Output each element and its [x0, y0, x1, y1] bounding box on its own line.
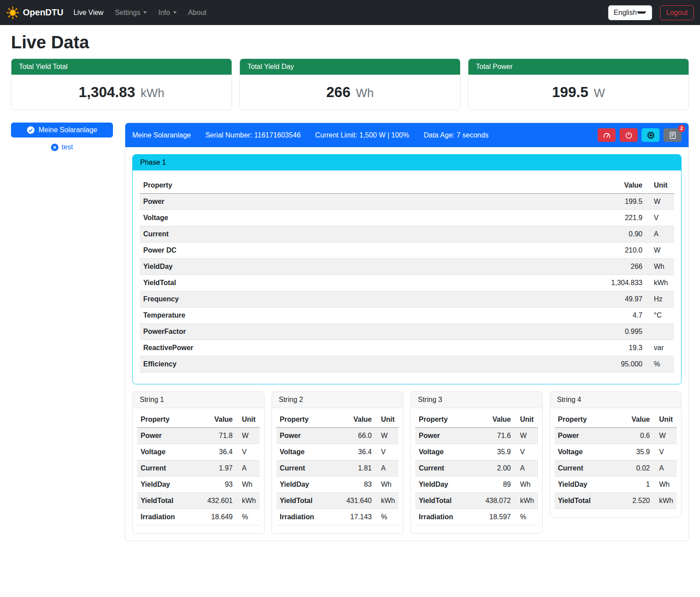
col-property: Property — [276, 412, 342, 428]
card-value: 266 — [326, 84, 350, 100]
table-row: Voltage35.9V — [555, 444, 677, 460]
col-property: Property — [415, 412, 481, 428]
unit-cell: % — [375, 509, 399, 525]
phase-card: Phase 1 Property Value Unit — [132, 154, 682, 384]
string-title: String 3 — [411, 392, 542, 408]
unit-cell: W — [646, 242, 674, 259]
property-cell: Voltage — [140, 210, 593, 226]
property-cell: YieldTotal — [276, 493, 342, 509]
property-cell: Current — [137, 460, 203, 477]
table-row: YieldDay83Wh — [276, 477, 399, 493]
unit-cell: W — [515, 428, 538, 444]
inverter-card: Meine Solaranlage Serial Number: 1161716… — [125, 123, 689, 541]
value-cell: 2.00 — [481, 460, 515, 477]
inverter-item-test[interactable]: test — [11, 143, 113, 151]
navbar-right: English Logout — [608, 5, 694, 20]
table-row: ReactivePower19.3var — [140, 340, 674, 356]
table-row: Power71.8W — [137, 428, 260, 444]
unit-cell: Wh — [515, 477, 538, 493]
unit-cell: A — [646, 226, 674, 242]
property-cell: Efficiency — [140, 356, 593, 373]
value-cell: 18.597 — [481, 509, 515, 525]
power-settings-button[interactable] — [620, 128, 638, 142]
property-cell: YieldDay — [137, 477, 203, 493]
event-log-button[interactable]: 2 — [664, 128, 682, 142]
table-row: Temperature4.7°C — [140, 308, 674, 324]
string-table: Property Value Unit Power66.0W Voltage36… — [276, 412, 399, 525]
string-table: Property Value Unit Power71.8W Voltage36… — [137, 412, 260, 525]
card-total-power: Total Power 199.5 W — [468, 58, 689, 110]
inverter-data-age: Data Age: 7 seconds — [424, 131, 489, 139]
language-select[interactable]: English — [608, 5, 652, 20]
value-cell: 1.97 — [203, 460, 236, 477]
unit-cell: kWh — [646, 275, 674, 291]
string-1-card: String 1 Property Value Unit — [132, 391, 265, 534]
table-row: Current1.97A — [137, 460, 260, 477]
table-row: Power DC210.0W — [140, 242, 674, 259]
property-cell: Voltage — [137, 444, 203, 460]
card-total-yield-total: Total Yield Total 1,304.83 kWh — [11, 58, 232, 110]
string-title: String 2 — [272, 392, 403, 408]
col-value: Value — [481, 412, 515, 428]
value-cell: 71.6 — [481, 428, 515, 444]
inverter-item-label: test — [62, 143, 73, 151]
value-cell: 0.90 — [593, 226, 646, 242]
unit-cell: Hz — [646, 291, 674, 308]
table-row: Voltage35.9V — [415, 444, 538, 460]
col-property: Property — [555, 412, 620, 428]
table-row: Power71.6W — [415, 428, 538, 444]
value-cell: 18.649 — [203, 509, 236, 525]
unit-cell: % — [236, 509, 260, 525]
unit-cell: % — [515, 509, 538, 525]
property-cell: Irradiation — [276, 509, 342, 525]
limit-settings-button[interactable] — [598, 128, 616, 142]
property-cell: YieldTotal — [415, 493, 481, 509]
chevron-down-icon — [173, 11, 177, 14]
table-row: YieldTotal431.640kWh — [276, 493, 399, 509]
string-2-card: String 2 Property Value Unit — [272, 391, 404, 534]
logout-button[interactable]: Logout — [660, 5, 694, 20]
nav-item-about[interactable]: About — [182, 5, 212, 20]
unit-cell: W — [646, 194, 674, 210]
navbar: OpenDTU Live View Settings Info About En… — [0, 0, 700, 25]
value-cell: 0.995 — [593, 324, 646, 340]
card-title: Total Yield Day — [240, 59, 460, 75]
brand[interactable]: OpenDTU — [6, 6, 63, 19]
sun-icon — [6, 6, 19, 19]
nav-item-settings[interactable]: Settings — [109, 5, 152, 20]
check-circle-icon — [27, 126, 35, 134]
unit-cell: A — [375, 460, 399, 477]
unit-cell: Wh — [646, 259, 674, 275]
value-cell: 36.4 — [342, 444, 375, 460]
string-3-card: String 3 Property Value Unit — [410, 391, 543, 534]
value-cell: 49.97 — [593, 291, 646, 308]
table-row: YieldDay266Wh — [140, 259, 674, 275]
value-cell: 438.072 — [481, 493, 515, 509]
event-count-badge: 2 — [678, 125, 685, 132]
unit-cell: V — [515, 444, 538, 460]
card-unit: kWh — [141, 87, 164, 100]
unit-cell: Wh — [653, 477, 677, 493]
nav-item-info[interactable]: Info — [152, 5, 182, 20]
unit-cell: V — [236, 444, 260, 460]
property-cell: Irradiation — [415, 509, 481, 525]
inverter-select-button[interactable]: Meine Solaranlage — [11, 123, 113, 137]
table-row: Frequency49.97Hz — [140, 291, 674, 308]
table-row: Current2.00A — [415, 460, 538, 477]
string-title: String 4 — [550, 392, 682, 408]
table-row: Current0.90A — [140, 226, 674, 242]
unit-cell: kWh — [515, 493, 538, 509]
property-cell: YieldTotal — [140, 275, 593, 291]
unit-cell: W — [653, 428, 677, 444]
page-title: Live Data — [11, 33, 689, 52]
value-cell: 35.9 — [481, 444, 515, 460]
value-cell: 1,304.833 — [593, 275, 646, 291]
nav-item-live-view[interactable]: Live View — [68, 5, 109, 20]
value-cell: 199.5 — [593, 194, 646, 210]
property-cell: YieldTotal — [137, 493, 203, 509]
property-cell: Voltage — [555, 444, 620, 460]
device-info-button[interactable] — [642, 128, 660, 142]
table-row: YieldTotal432.601kWh — [137, 493, 260, 509]
table-row: Voltage221.9V — [140, 210, 674, 226]
value-cell: 71.8 — [203, 428, 236, 444]
